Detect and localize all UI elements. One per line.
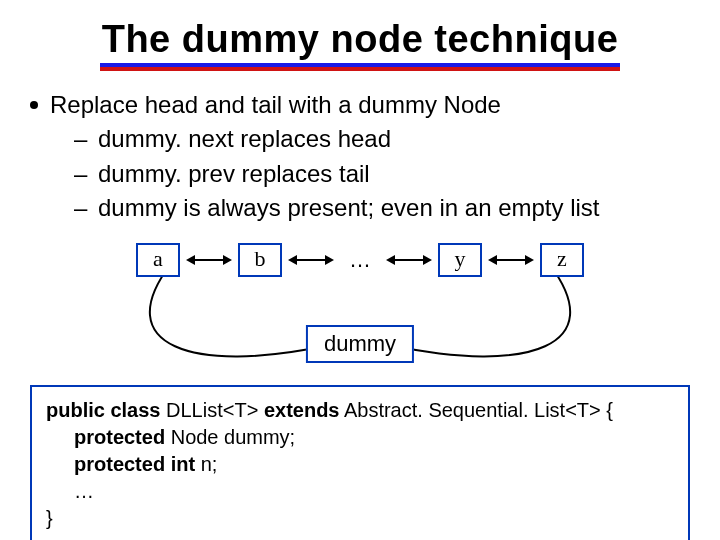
link-b-dots	[288, 248, 334, 272]
code-classname: DLList<T>	[161, 399, 264, 421]
bullet-main-text: Replace head and tail with a dummy Node	[50, 91, 501, 118]
link-dots-y	[386, 248, 432, 272]
node-row: a b … y z	[80, 243, 640, 277]
kw-protected-1: protected	[74, 426, 165, 448]
code-line-5: }	[46, 505, 674, 532]
link-a-b	[186, 248, 232, 272]
kw-extends: extends	[264, 399, 340, 421]
code-line-2: protected Node dummy;	[46, 424, 674, 451]
code-line-4: …	[46, 478, 674, 505]
sub-bullet-1: dummy. next replaces head	[74, 123, 692, 155]
node-z: z	[540, 243, 584, 277]
code-box: public class DLList<T> extends Abstract.…	[30, 385, 690, 540]
kw-int: int	[165, 453, 195, 475]
node-ellipsis: …	[340, 247, 380, 273]
sub-bullets: dummy. next replaces head dummy. prev re…	[50, 123, 692, 224]
node-a: a	[136, 243, 180, 277]
code-line-1: public class DLList<T> extends Abstract.…	[46, 397, 674, 424]
kw-protected-2: protected	[74, 453, 165, 475]
bullet-list: Replace head and tail with a dummy Node …	[28, 89, 692, 225]
dummy-node: dummy	[306, 325, 414, 363]
code-field2: n;	[195, 453, 217, 475]
slide-title: The dummy node technique	[28, 18, 692, 61]
link-y-z	[488, 248, 534, 272]
code-extends-rest: Abstract. Sequential. List<T> {	[339, 399, 613, 421]
node-b: b	[238, 243, 282, 277]
title-rule	[100, 63, 620, 71]
linked-list-diagram: a b … y z dummy	[80, 235, 640, 375]
code-line-3: protected int n;	[46, 451, 674, 478]
sub-bullet-2: dummy. prev replaces tail	[74, 158, 692, 190]
bullet-main: Replace head and tail with a dummy Node …	[28, 89, 692, 225]
sub-bullet-3: dummy is always present; even in an empt…	[74, 192, 692, 224]
node-y: y	[438, 243, 482, 277]
code-field1: Node dummy;	[165, 426, 295, 448]
kw-public-class: public class	[46, 399, 161, 421]
